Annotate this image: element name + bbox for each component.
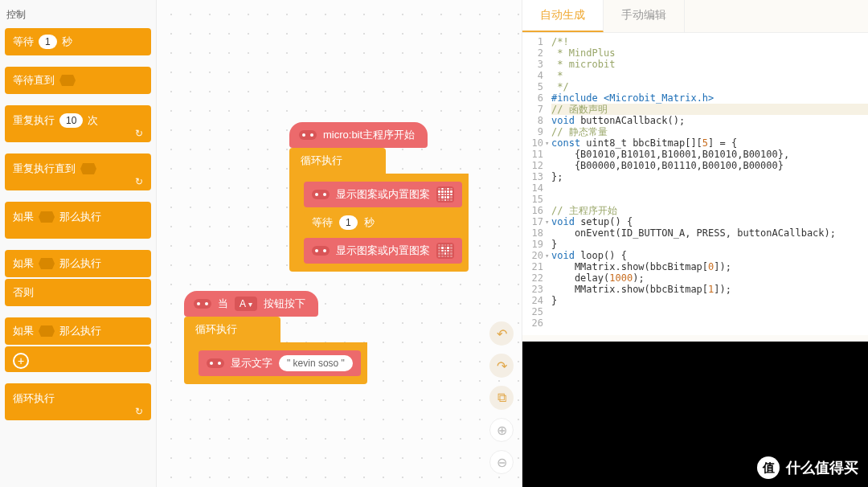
block-if-then-else-top[interactable]: 如果 那么执行	[5, 250, 151, 277]
code-line: 23 MMatrix.show(bbcBitmap[1]);	[522, 284, 868, 295]
block-wait[interactable]: 等待 1 秒	[304, 211, 383, 235]
redo-button[interactable]: ↷	[489, 354, 514, 378]
code-line: 12 {B00000,B01010,B01110,B00100,B00000}	[522, 160, 868, 171]
label: 如果	[13, 210, 34, 224]
number-slot[interactable]: 10	[59, 113, 83, 128]
number-slot[interactable]: 1	[339, 215, 358, 230]
label: 否则	[13, 285, 34, 300]
label: 按钮按下	[264, 297, 305, 311]
button-select[interactable]: A	[235, 297, 257, 311]
block-if-then-else-bottom[interactable]: 否则	[5, 279, 151, 306]
c-block-body: 显示图案或内置图案 等待 1 秒	[289, 174, 469, 272]
label: 如果	[13, 324, 34, 338]
loop-arrow-icon: ↻	[135, 406, 143, 417]
label: 秒	[364, 215, 375, 230]
code-line: 17▾void setup() {	[522, 216, 868, 227]
bool-slot[interactable]	[39, 211, 55, 223]
label: 等待	[13, 35, 34, 49]
label: 那么执行	[59, 210, 101, 224]
c-block-forever[interactable]: 循环执行	[184, 317, 280, 342]
matrix-slot[interactable]	[436, 186, 454, 203]
block-forever[interactable]: 循环执行 ↻	[5, 383, 151, 420]
bool-slot[interactable]	[39, 325, 55, 337]
bool-slot[interactable]	[39, 258, 55, 269]
code-line: 15	[522, 194, 868, 205]
label: 显示图案或内置图案	[336, 244, 430, 258]
svg-rect-0	[299, 130, 317, 140]
label: 等待	[312, 215, 333, 230]
plus-icon[interactable]	[13, 353, 29, 369]
code-line: 16// 主程序开始	[522, 205, 868, 216]
hat-button-pressed[interactable]: 当 A 按钮按下	[184, 291, 318, 317]
microbit-icon	[207, 358, 224, 368]
svg-point-1	[302, 133, 305, 137]
code-line: 1/*!	[522, 36, 868, 47]
script-stack-main[interactable]: micro:bit主程序开始 循环执行 显示图案或内置图案	[289, 122, 469, 272]
block-wait-secs[interactable]: 等待 1 秒	[5, 28, 151, 55]
code-line: 24}	[522, 295, 868, 306]
code-panel: 自动生成 手动编辑 1/*!2 * MindPlus3 * microbit4 …	[522, 0, 868, 487]
code-line: 6#include <Microbit_Matrix.h>	[522, 92, 868, 104]
bool-slot[interactable]	[59, 75, 76, 86]
microbit-icon	[194, 299, 211, 309]
svg-point-4	[315, 193, 318, 196]
bool-slot[interactable]	[80, 163, 96, 174]
tab-manual-edit[interactable]: 手动编辑	[604, 0, 685, 32]
block-repeat-n[interactable]: 重复执行 10 次 ↻	[5, 105, 151, 142]
label: 那么执行	[59, 256, 101, 271]
svg-point-13	[210, 362, 213, 365]
block-show-text[interactable]: 显示文字 " kevin soso "	[199, 350, 361, 376]
label: 如果	[13, 256, 34, 271]
svg-rect-12	[207, 358, 224, 368]
svg-point-14	[218, 362, 221, 365]
svg-point-10	[197, 302, 200, 305]
number-slot[interactable]: 1	[39, 35, 57, 49]
undo-button[interactable]: ↶	[489, 321, 514, 346]
microbit-icon	[299, 130, 317, 140]
microbit-icon	[312, 246, 330, 256]
c-block-forever[interactable]: 循环执行	[289, 148, 386, 174]
code-line: 5 */	[522, 81, 868, 92]
block-show-pattern-2[interactable]: 显示图案或内置图案	[304, 238, 462, 264]
code-line: 14	[522, 182, 868, 194]
code-line: 11 {B01010,B10101,B10001,B01010,B00100},	[522, 149, 868, 160]
loop-arrow-icon: ↻	[135, 128, 143, 139]
block-if-then-plus[interactable]: 如果 那么执行	[5, 317, 151, 345]
block-if-then[interactable]: 如果 那么执行	[5, 202, 151, 239]
code-line: 7// 函数声明	[522, 104, 868, 115]
svg-point-7	[315, 249, 318, 252]
canvas-tools: ↶ ↷ ⧉ ⊕ ⊖	[489, 321, 514, 474]
scripting-canvas[interactable]: micro:bit主程序开始 循环执行 显示图案或内置图案	[157, 0, 522, 487]
crop-button[interactable]: ⧉	[489, 386, 514, 410]
zoom-in-button[interactable]: ⊕	[489, 418, 514, 442]
zoom-out-button[interactable]: ⊖	[489, 450, 514, 474]
tab-auto-generate[interactable]: 自动生成	[522, 0, 604, 32]
code-line: 21 MMatrix.show(bbcBitmap[0]);	[522, 261, 868, 272]
svg-rect-3	[312, 190, 330, 199]
label: 循环执行	[13, 391, 55, 406]
code-line: 26	[522, 317, 868, 329]
label: 显示文字	[231, 356, 272, 370]
code-line: 20▾void loop() {	[522, 250, 868, 261]
label: 重复执行直到	[13, 162, 76, 176]
block-wait-until[interactable]: 等待直到	[5, 67, 151, 94]
svg-point-5	[323, 193, 326, 196]
block-show-pattern[interactable]: 显示图案或内置图案	[304, 182, 462, 207]
hat-microbit-start[interactable]: micro:bit主程序开始	[289, 122, 428, 148]
svg-point-8	[323, 249, 326, 252]
block-repeat-until[interactable]: 重复执行直到 ↻	[5, 153, 151, 190]
code-line: 4 *	[522, 70, 868, 81]
label: 等待直到	[13, 73, 55, 88]
label: 当	[218, 297, 228, 311]
code-line: 13};	[522, 171, 868, 182]
block-plus-branch[interactable]	[5, 346, 151, 372]
label: 次	[88, 113, 98, 128]
label: 重复执行	[13, 113, 55, 128]
code-tabs: 自动生成 手动编辑	[522, 0, 868, 33]
matrix-slot[interactable]	[436, 243, 454, 259]
code-editor[interactable]: 1/*!2 * MindPlus3 * microbit4 *5 */6#inc…	[522, 33, 868, 335]
text-slot[interactable]: " kevin soso "	[279, 355, 353, 371]
serial-console[interactable]	[522, 342, 868, 487]
code-line: 25	[522, 306, 868, 317]
script-stack-button[interactable]: 当 A 按钮按下 循环执行 显示文字 " kevin soso "	[184, 291, 367, 384]
